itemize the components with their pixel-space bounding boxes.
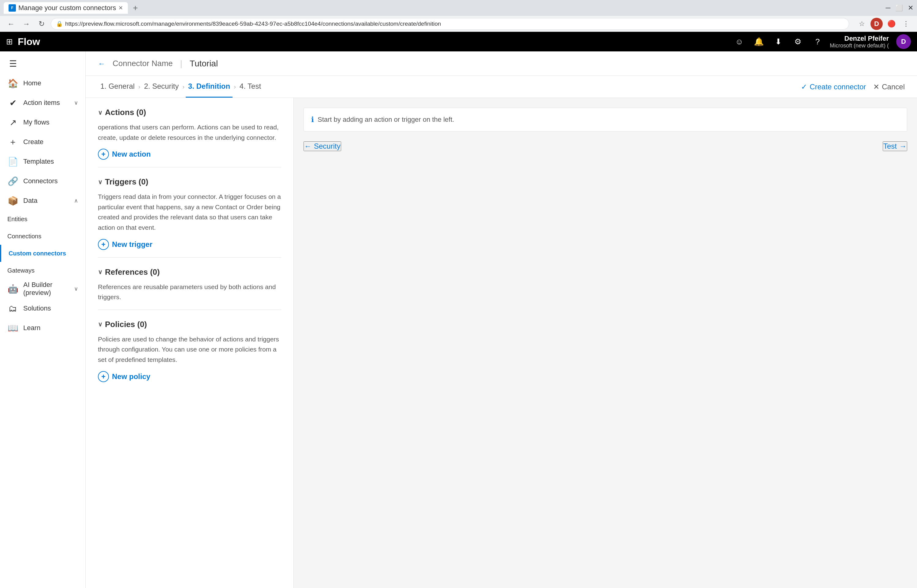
right-panel: ℹ Start by adding an action or trigger o… bbox=[294, 98, 917, 588]
references-section-header: ∨ References (0) bbox=[98, 267, 281, 277]
info-message-text: Start by adding an action or trigger on … bbox=[318, 116, 454, 124]
user-avatar[interactable]: D bbox=[896, 34, 911, 49]
connectors-icon: 🔗 bbox=[7, 176, 18, 186]
sidebar-item-solutions[interactable]: 🗂 Solutions bbox=[0, 299, 86, 318]
step-security-label: 2. Security bbox=[144, 82, 179, 90]
tutorial-label: Tutorial bbox=[190, 59, 218, 68]
nav-security-label: Security bbox=[314, 142, 341, 150]
sidebar-item-my-flows[interactable]: ↗ My flows bbox=[0, 113, 86, 132]
browser-controls: ← → ↻ 🔒 https://preview.flow.microsoft.c… bbox=[0, 16, 917, 32]
create-icon: ＋ bbox=[7, 136, 18, 148]
data-icon: 📦 bbox=[7, 196, 18, 206]
help-button[interactable]: ? bbox=[810, 34, 825, 49]
refresh-button[interactable]: ↻ bbox=[36, 18, 48, 30]
sidebar-label-create: Create bbox=[23, 138, 78, 146]
maximize-button[interactable]: ⬜ bbox=[895, 4, 903, 11]
triggers-chevron-icon: ∨ bbox=[98, 178, 102, 186]
sidebar-subitem-gateways[interactable]: Gateways bbox=[0, 262, 86, 279]
step-definition-label: 3. Definition bbox=[188, 82, 230, 90]
forward-nav-button[interactable]: → bbox=[20, 18, 32, 30]
waffle-icon[interactable]: ⊞ bbox=[6, 37, 13, 47]
sidebar-item-templates[interactable]: 📄 Templates bbox=[0, 152, 86, 171]
ai-builder-chevron-icon: ∨ bbox=[74, 286, 78, 292]
tab-title: Manage your custom connectors bbox=[18, 4, 116, 12]
sidebar-label-solutions: Solutions bbox=[23, 304, 78, 312]
wizard-step-test[interactable]: 4. Test bbox=[237, 76, 263, 98]
new-tab-button[interactable]: + bbox=[133, 3, 138, 13]
content-back-button[interactable]: ← bbox=[98, 59, 105, 68]
triggers-section: ∨ Triggers (0) Triggers read data in fro… bbox=[98, 177, 281, 257]
step-test-label: 4. Test bbox=[240, 82, 261, 90]
actions-divider bbox=[98, 167, 281, 167]
main-area: ☰ 🏠 Home ✔ Action items ∨ ↗ My flows bbox=[0, 52, 917, 588]
cancel-button[interactable]: ✕ Cancel bbox=[873, 82, 905, 91]
new-trigger-button[interactable]: + New trigger bbox=[98, 239, 152, 250]
home-icon: 🏠 bbox=[7, 78, 18, 89]
new-policy-button[interactable]: + New policy bbox=[98, 371, 150, 382]
extension-button[interactable]: 🔴 bbox=[885, 18, 898, 30]
menu-button[interactable]: ⋮ bbox=[900, 18, 912, 30]
sidebar-subitem-entities[interactable]: Entities bbox=[0, 210, 86, 228]
sidebar-subitem-custom-connectors[interactable]: Custom connectors bbox=[0, 245, 86, 262]
policies-section: ∨ Policies (0) Policies are used to chan… bbox=[98, 320, 281, 382]
create-connector-check-icon: ✓ bbox=[801, 82, 807, 91]
triggers-divider bbox=[98, 257, 281, 258]
step-chevron-3: › bbox=[234, 83, 236, 90]
my-flows-icon: ↗ bbox=[7, 118, 18, 128]
wizard-step-security[interactable]: 2. Security bbox=[142, 76, 181, 98]
sidebar-label-connectors: Connectors bbox=[23, 177, 78, 185]
browser-tab[interactable]: F Manage your custom connectors ✕ bbox=[4, 2, 128, 14]
notification-button[interactable]: 🔔 bbox=[751, 34, 766, 49]
new-policy-plus-icon: + bbox=[98, 371, 109, 382]
settings-button[interactable]: ⚙ bbox=[791, 34, 805, 49]
content-header: ← Connector Name | Tutorial bbox=[86, 52, 917, 76]
user-name: Denzel Pfeifer bbox=[830, 35, 889, 42]
emoji-button[interactable]: ☺ bbox=[732, 34, 747, 49]
back-nav-button[interactable]: ← bbox=[5, 18, 17, 30]
sidebar-label-ai-builder: AI Builder (preview) bbox=[23, 281, 69, 297]
step-chevron-2: › bbox=[182, 83, 184, 90]
bookmark-button[interactable]: ☆ bbox=[856, 18, 868, 30]
address-bar[interactable]: 🔒 https://preview.flow.microsoft.com/man… bbox=[51, 18, 849, 30]
sidebar-menu-toggle[interactable]: ☰ bbox=[0, 54, 86, 73]
nav-left-arrow-icon: ← bbox=[304, 142, 312, 150]
learn-icon: 📖 bbox=[7, 323, 18, 333]
references-section: ∨ References (0) References are reusable… bbox=[98, 267, 281, 310]
solutions-icon: 🗂 bbox=[7, 304, 18, 313]
user-org: Microsoft (new default) ( bbox=[830, 42, 889, 49]
sidebar-label-my-flows: My flows bbox=[23, 118, 78, 126]
sidebar: ☰ 🏠 Home ✔ Action items ∨ ↗ My flows bbox=[0, 52, 86, 588]
sidebar-item-home[interactable]: 🏠 Home bbox=[0, 73, 86, 93]
new-policy-label: New policy bbox=[112, 372, 150, 381]
address-text: https://preview.flow.microsoft.com/manag… bbox=[65, 21, 441, 27]
sidebar-item-create[interactable]: ＋ Create bbox=[0, 132, 86, 152]
cancel-label: Cancel bbox=[882, 82, 905, 91]
wizard-step-general[interactable]: 1. General bbox=[98, 76, 137, 98]
sidebar-item-ai-builder[interactable]: 🤖 AI Builder (preview) ∨ bbox=[0, 279, 86, 299]
sidebar-item-data[interactable]: 📦 Data ∧ bbox=[0, 191, 86, 210]
sidebar-item-connectors[interactable]: 🔗 Connectors bbox=[0, 171, 86, 191]
references-description: References are reusable parameters used … bbox=[98, 282, 281, 302]
sidebar-item-action-items[interactable]: ✔ Action items ∨ bbox=[0, 93, 86, 113]
nav-test-button[interactable]: Test → bbox=[883, 141, 907, 151]
create-connector-button[interactable]: ✓ Create connector bbox=[801, 82, 866, 91]
minimize-button[interactable]: ─ bbox=[885, 4, 890, 12]
new-trigger-plus-icon: + bbox=[98, 239, 109, 250]
content-body: ∨ Actions (0) operations that users can … bbox=[86, 98, 917, 588]
data-chevron-icon: ∧ bbox=[74, 197, 78, 204]
nav-test-label: Test bbox=[883, 142, 897, 150]
sidebar-subitem-connections[interactable]: Connections bbox=[0, 228, 86, 245]
profile-button[interactable]: D bbox=[870, 18, 883, 30]
header-separator: | bbox=[180, 59, 182, 68]
tab-close-button[interactable]: ✕ bbox=[118, 5, 123, 11]
download-button[interactable]: ⬇ bbox=[771, 34, 786, 49]
new-action-button[interactable]: + New action bbox=[98, 149, 151, 160]
close-button[interactable]: ✕ bbox=[908, 4, 913, 12]
actions-chevron-icon: ∨ bbox=[98, 109, 102, 116]
wizard-step-definition[interactable]: 3. Definition bbox=[186, 76, 232, 98]
sidebar-label-action-items: Action items bbox=[23, 99, 69, 107]
new-action-plus-icon: + bbox=[98, 149, 109, 160]
nav-security-button[interactable]: ← Security bbox=[304, 141, 341, 151]
sidebar-item-learn[interactable]: 📖 Learn bbox=[0, 318, 86, 338]
app-bar: ⊞ Flow ☺ 🔔 ⬇ ⚙ ? Denzel Pfeifer Microsof… bbox=[0, 32, 917, 52]
